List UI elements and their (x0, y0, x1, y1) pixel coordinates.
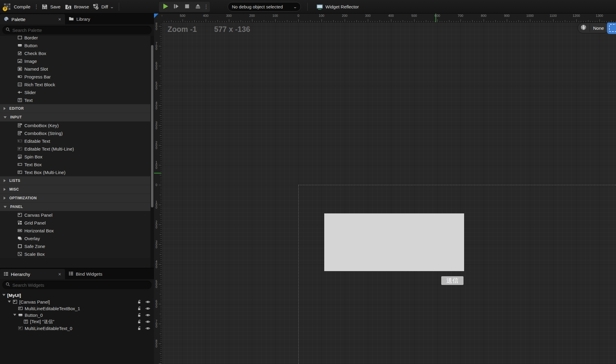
palette-item-text-box-multi-line[interactable]: Text Box (Multi-Line) (0, 168, 154, 176)
lock-open-icon[interactable] (137, 326, 142, 332)
close-icon[interactable]: ✕ (58, 17, 61, 22)
eye-visibility-icon[interactable] (145, 326, 150, 332)
ruler-tick (273, 21, 273, 22)
palette-item-overlay[interactable]: Overlay (0, 234, 154, 242)
ruler-tick (161, 340, 162, 340)
palette-category-panel[interactable]: PANEL (0, 202, 154, 211)
save-button[interactable]: Save (42, 0, 60, 14)
ruler-tick (161, 60, 162, 60)
palette-item-check-box[interactable]: Check Box (0, 49, 154, 57)
browse-button[interactable]: Browse (65, 0, 89, 14)
palette-item-text[interactable]: TText (0, 96, 154, 104)
palette-item-button[interactable]: Button (0, 41, 154, 49)
localization-preview-button[interactable]: None (578, 23, 609, 33)
screen-size-button[interactable] (607, 22, 616, 34)
palette-category-misc[interactable]: MISC (0, 185, 154, 194)
palette-category-label: INPUT (10, 115, 22, 119)
eye-visibility-icon[interactable] (145, 306, 150, 312)
play-button[interactable] (160, 2, 171, 11)
palette-item-scale-box[interactable]: Scale Box (0, 250, 154, 258)
ruler-tick (161, 112, 162, 112)
palette-item-horizontal-box[interactable]: Horizontal Box (0, 227, 154, 234)
hierarchy-search-input[interactable]: Search Widgets (2, 281, 152, 289)
send-button-widget[interactable]: 送信 (441, 276, 464, 285)
ruler-tick (528, 21, 528, 22)
stop-button[interactable] (182, 2, 192, 11)
ruler-tick (161, 262, 162, 262)
tab-library[interactable]: Library (65, 14, 94, 24)
palette-item-slider[interactable]: Slider (0, 88, 154, 96)
ruler-tick-label: 600 (155, 300, 158, 308)
palette-scrollbar-thumb[interactable] (151, 45, 153, 207)
expander-icon[interactable] (2, 294, 5, 296)
eye-visibility-icon[interactable] (145, 319, 150, 325)
palette-item-named-slot[interactable]: ✱Named Slot (0, 65, 154, 73)
palette-category-lists[interactable]: LISTS (0, 176, 154, 185)
lock-open-icon[interactable] (137, 306, 142, 312)
hierarchy-row-multilineeditabletext-0[interactable]: MultiLineEditableText_0 (0, 325, 154, 332)
palette-item-rich-text-block[interactable]: ⟨/⟩Rich Text Block (0, 81, 154, 88)
ruler-tick (161, 199, 162, 199)
diff-button[interactable]: Diff ⌄ (93, 0, 113, 14)
ruler-tick (405, 21, 405, 22)
palette-item-canvas-panel[interactable]: Canvas Panel (0, 211, 154, 219)
horizontal-box-icon (17, 228, 22, 233)
palette-item-safe-zone[interactable]: Safe Zone (0, 242, 154, 250)
ruler-tick (586, 21, 586, 22)
palette-item-text-box[interactable]: Text Box (0, 161, 154, 168)
ruler-tick (161, 356, 162, 356)
palette-item-editable-text[interactable]: Editable Text (0, 137, 154, 145)
hierarchy-row-canvas-panel[interactable]: [Canvas Panel] (0, 298, 154, 305)
palette-category-input[interactable]: INPUT (0, 113, 154, 121)
palette-item-image[interactable]: Image (0, 57, 154, 65)
ruler-tick (393, 21, 394, 22)
palette-category-editor[interactable]: EDITOR (0, 104, 154, 113)
tab-palette[interactable]: Palette ✕ (0, 14, 65, 24)
hierarchy-row-button-0[interactable]: Button_0 (0, 312, 154, 318)
ruler-tick (463, 21, 463, 22)
widget-reflector-button[interactable]: Widget Reflector (316, 0, 359, 14)
palette-item-combobox-key[interactable]: ComboBox (Key) (0, 121, 154, 129)
eye-visibility-icon[interactable] (145, 299, 150, 305)
palette-item-progress-bar[interactable]: Progress Bar (0, 73, 154, 81)
lock-open-icon[interactable] (137, 313, 142, 318)
ruler-tick-label: 800 (481, 14, 486, 17)
palette-item-spin-box[interactable]: 3Spin Box (0, 153, 154, 161)
palette-category-optimization[interactable]: OPTIMIZATION (0, 194, 154, 202)
ruler-tick (161, 350, 162, 350)
ruler-tick (159, 225, 162, 225)
palette-search-input[interactable]: Search Palette (2, 26, 152, 34)
debug-object-dropdown[interactable]: No debug object selected ⌄ (228, 2, 301, 11)
tab-hierarchy[interactable]: Hierarchy ✕ (0, 269, 65, 279)
ruler-tick (159, 324, 162, 324)
play-options-menu[interactable]: ⋮ (203, 4, 209, 10)
hierarchy-row-multilineeditabletextbox-1[interactable]: MultiLineEditableTextBox_1 (0, 305, 154, 312)
hierarchy-row-text[interactable]: T[Text] "送信" (0, 318, 154, 325)
tab-bind-widgets[interactable]: Bind Widgets (65, 268, 106, 279)
palette-item-border[interactable]: Border (0, 36, 154, 41)
compile-options-menu[interactable]: ⋮ (34, 0, 39, 14)
designer-canvas[interactable]: 送信 Zoom -1 577 x -136 None 6005004003002… (154, 14, 616, 364)
expander-icon[interactable] (13, 314, 16, 316)
palette-item-combobox-string[interactable]: ComboBox (String) (0, 129, 154, 137)
lock-open-icon[interactable] (137, 299, 142, 305)
eject-button[interactable] (192, 2, 203, 11)
multiline-editable-textbox-widget[interactable] (324, 213, 464, 271)
close-icon[interactable]: ✕ (58, 272, 61, 277)
ruler-tick (440, 21, 440, 22)
hierarchy-row-myui[interactable]: [MyUI] (0, 292, 154, 298)
hierarchy-row-label: [Canvas Panel] (19, 299, 50, 304)
palette-item-editable-text-multi-line[interactable]: Editable Text (Multi-Line) (0, 145, 154, 153)
lock-open-icon[interactable] (137, 319, 142, 325)
frame-skip-button[interactable] (171, 2, 182, 11)
ruler-tick-label: 900 (504, 14, 510, 17)
compile-button[interactable]: ? Compile (4, 0, 30, 14)
ruler-tick (161, 129, 162, 130)
palette-item-grid-panel[interactable]: Grid Panel (0, 219, 154, 227)
combobox-icon (17, 131, 22, 136)
toolbar-separator (119, 3, 119, 11)
expander-icon[interactable] (8, 301, 11, 303)
ruler-tick (398, 21, 398, 22)
eye-visibility-icon[interactable] (145, 313, 150, 319)
ruler-tick (161, 118, 162, 118)
